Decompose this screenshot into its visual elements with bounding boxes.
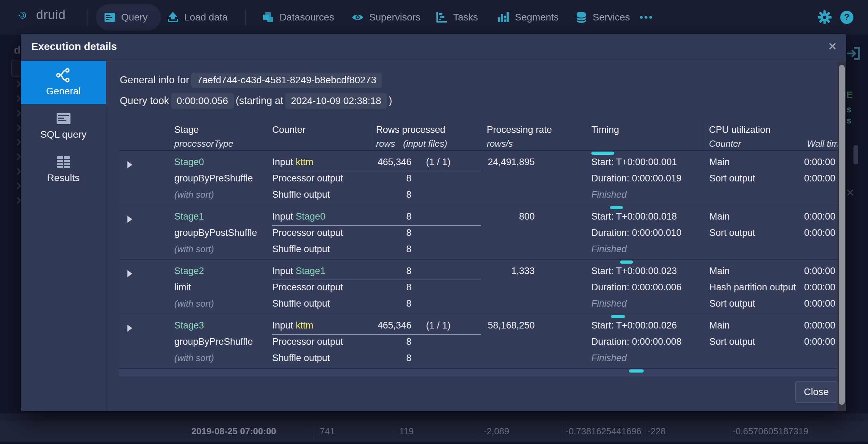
col-subheader-rows-per-s: rows/s — [487, 138, 513, 149]
processing-rate-value: 58,168,250 — [483, 320, 535, 331]
stage-table: Stage processorType Counter Rows process… — [119, 120, 837, 376]
processing-rate-value: 800 — [483, 211, 535, 222]
rows-value: 8 — [372, 298, 411, 309]
rows-value: 8 — [372, 173, 411, 184]
stage-link[interactable]: Stage1 — [296, 266, 326, 276]
svg-text:?: ? — [844, 12, 849, 22]
col-header-timing[interactable]: Timing — [591, 125, 619, 135]
gear-icon[interactable] — [817, 10, 832, 25]
counter-label: Input — [272, 266, 293, 276]
cpu-wall-time: 0:00:00 — [804, 211, 837, 222]
rows-value: 8 — [372, 336, 411, 347]
nav-more-icon[interactable]: ••• — [640, 0, 654, 35]
background-panel-title-fragment: dr — [14, 44, 21, 57]
rows-value: 8 — [372, 282, 411, 293]
background-table-band — [0, 413, 868, 421]
expand-stage0-button[interactable] — [119, 151, 144, 205]
col-subheader-cpu-counter: Counter — [709, 138, 741, 149]
stage-sort-note: (with sort) — [174, 353, 214, 364]
expand-stage3-button[interactable] — [119, 314, 144, 369]
bg-row-date: 2019-08-25 07:00:00 — [191, 426, 276, 437]
background-tree-chevrons — [15, 80, 22, 212]
stage-name-link[interactable]: Stage2 — [174, 266, 204, 276]
start-time-tag[interactable]: 2024-10-09 02:38:18 — [285, 93, 387, 109]
cpu-wall-time: 0:00:00 — [804, 157, 837, 168]
nav-item-segments[interactable]: Segments — [497, 0, 559, 35]
nav-label: Services — [593, 12, 630, 23]
stage-processor-type: groupByPostShuffle — [174, 228, 257, 238]
cpu-counter-name: Main — [709, 157, 730, 168]
druid-brand[interactable]: druid — [18, 8, 66, 22]
col-header-rows-processed[interactable]: Rows processed — [376, 125, 445, 135]
col-header-cpu-utilization[interactable]: CPU utilization — [709, 125, 770, 135]
stage-name-link[interactable]: Stage1 — [174, 211, 204, 222]
nav-item-supervisors[interactable]: Supervisors — [351, 0, 420, 35]
processing-rate-value: 24,491,895 — [483, 157, 535, 168]
query-id-tag[interactable]: 7aefd744-c43d-4581-8249-b8ebcdf80273 — [191, 72, 382, 88]
nav-label: Tasks — [453, 12, 478, 23]
duration-tag[interactable]: 0:00:00.056 — [171, 93, 234, 109]
chevron-right-icon[interactable] — [15, 168, 22, 175]
nav-item-load-data[interactable]: Load data — [167, 0, 228, 35]
cpu-wall-time: 0:00:00 — [804, 336, 837, 347]
col-header-processing-rate[interactable]: Processing rate — [487, 125, 552, 135]
chevron-right-icon[interactable] — [15, 124, 22, 131]
query-took-line: Query took0:00:00.056(starting at2024-10… — [120, 93, 392, 109]
col-subheader-input-files: (input files) — [403, 138, 447, 149]
background-scrollbar-thumb — [853, 145, 858, 164]
datasource-link[interactable]: kttm — [296, 157, 314, 167]
input-files-value: (1 / 1) — [426, 320, 451, 331]
expand-triangle-icon — [127, 325, 132, 332]
col-header-counter[interactable]: Counter — [272, 125, 306, 135]
flow-graph-icon — [55, 67, 72, 84]
expand-triangle-icon — [127, 161, 132, 168]
processing-rate-value: 1,333 — [483, 266, 535, 276]
cpu-counter-name: Sort output — [709, 228, 755, 238]
console-icon — [103, 11, 116, 24]
chevron-right-icon[interactable] — [15, 80, 22, 87]
starting-at-label: (starting at — [236, 95, 283, 106]
cpu-counter-name: Sort output — [709, 298, 755, 309]
chevron-right-icon[interactable] — [15, 153, 22, 160]
nav-label: Query — [121, 12, 148, 23]
stage-name-link[interactable]: Stage3 — [174, 320, 204, 331]
modal-scrollbar-thumb[interactable] — [839, 65, 845, 405]
timing-start: Start: T+0:00:00.026 — [591, 320, 677, 331]
chevron-right-icon[interactable] — [15, 197, 22, 204]
chevron-right-icon[interactable] — [15, 110, 22, 117]
expand-stage1-button[interactable] — [119, 205, 144, 260]
chevron-right-icon[interactable] — [15, 182, 22, 189]
col-header-stage[interactable]: Stage — [174, 125, 199, 135]
expand-stage2-button[interactable] — [119, 260, 144, 314]
tab-sql-query[interactable]: SQL query — [21, 104, 106, 147]
close-button[interactable]: Close — [795, 381, 837, 403]
tab-results[interactable]: Results — [21, 147, 106, 191]
rows-value: 8 — [372, 353, 411, 364]
chevron-right-icon[interactable] — [15, 139, 22, 146]
chevron-right-icon[interactable] — [15, 95, 22, 102]
nav-label: Load data — [184, 12, 228, 23]
stage-row-3: Stage3 groupByPreShuffle (with sort) Inp… — [119, 314, 837, 369]
tab-general[interactable]: General — [21, 61, 106, 104]
tab-label: SQL query — [21, 129, 106, 140]
stage-link[interactable]: Stage0 — [296, 211, 326, 222]
help-icon[interactable]: ? — [840, 10, 854, 25]
background-sql-fragment: s — [846, 104, 851, 115]
cpu-wall-time: 0:00:00 — [804, 266, 837, 276]
cpu-wall-time: 0:00:00 — [804, 228, 837, 238]
nav-item-services[interactable]: Services — [575, 0, 630, 35]
datasource-link[interactable]: kttm — [296, 320, 314, 331]
nav-item-tasks[interactable]: Tasks — [435, 0, 478, 35]
nav-divider — [245, 9, 246, 26]
bg-row-value: 741 — [320, 426, 335, 437]
general-info-line: General info for7aefd744-c43d-4581-8249-… — [120, 72, 384, 88]
stage-processor-type: limit — [174, 282, 191, 293]
nav-label: Datasources — [279, 12, 334, 23]
nav-item-query[interactable]: Query — [103, 0, 148, 35]
modal-scrollbar-track[interactable] — [837, 61, 846, 411]
stage-name-link[interactable]: Stage0 — [174, 157, 204, 168]
bg-row-value: 119 — [399, 426, 414, 437]
stage-row-2: Stage2 limit (with sort) Input Stage1 Pr… — [119, 259, 837, 314]
close-icon[interactable]: ✕ — [828, 40, 837, 53]
nav-item-datasources[interactable]: Datasources — [262, 0, 334, 35]
